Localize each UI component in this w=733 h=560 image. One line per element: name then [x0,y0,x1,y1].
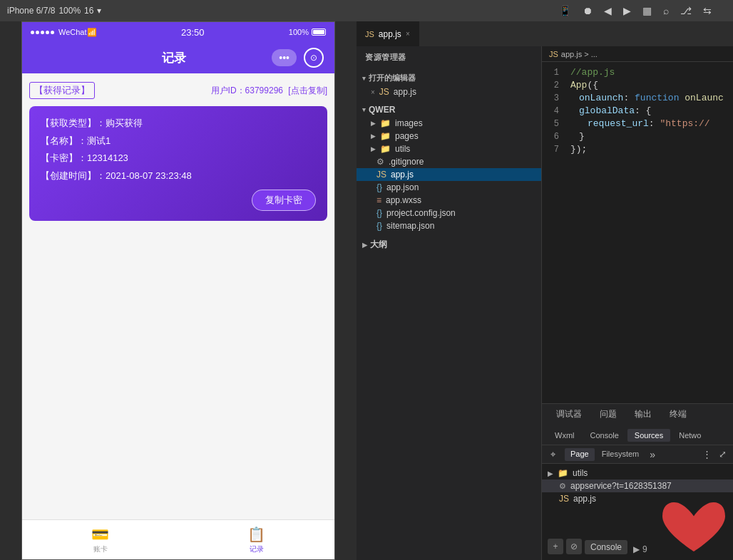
record-nav-label: 记录 [250,544,264,554]
folder-name: utils [395,144,410,154]
cursor-btn[interactable]: ⌖ [546,448,559,461]
outline-chevron: ▶ [362,242,367,249]
layout-icon[interactable]: ▦ [642,5,652,16]
console-label: Console [585,540,627,554]
code-line-1: 1 //app.js [542,66,733,79]
phone-frame: WeChat📶 23:50 100% 记录 ••• ⊙ [21,21,335,560]
open-file-close-icon[interactable]: × [371,88,375,96]
record-icon[interactable]: ⏺ [583,5,593,16]
phone-header: 记录 ••• ⊙ [22,42,334,73]
nav-item-card[interactable]: 💳 账卡 [22,520,178,559]
card-item: 【获取类型】：购买获得 【名称】：测试1 【卡密】：12314123 【创建时间… [29,106,327,221]
phone-status-bar: WeChat📶 23:50 100% [22,22,334,42]
project-name: QWER [369,105,395,115]
sources-file-appjs[interactable]: JS app.js [542,492,733,505]
sources-folder-name: utils [573,468,588,478]
split-icon[interactable]: ⇆ [703,5,712,16]
expand-btn[interactable]: ⤢ [716,448,729,461]
file-sitemap[interactable]: {} sitemap.json [357,219,541,232]
outline-header[interactable]: ▶ 大纲 [357,237,541,253]
tab-app-js[interactable]: JS app.js × [357,21,419,46]
explorer-header: 资源管理器 [357,46,541,68]
code-content[interactable]: 1 //app.js 2 App({ 3 onLaunch: function … [542,62,733,403]
code-line-4: 4 globalData: { [542,105,733,118]
file-project-config[interactable]: {} project.config.json [357,207,541,219]
panel-tab-output[interactable]: 输出 [627,405,659,425]
toolbar-icons: 📱 ⏺ ◀ ▶ ▦ ⌕ ⎇ ⇆ [559,5,712,16]
tab-close-icon[interactable]: × [406,30,410,38]
settings-btn[interactable]: ⋮ [700,448,713,461]
js-file-icon: JS [376,170,386,180]
editor-tabs: JS app.js × [357,21,733,46]
line-indicator: ▶ [633,544,640,554]
device-label: iPhone 6/7/8 [7,6,55,16]
file-appjs[interactable]: JS app.js [357,168,541,181]
copy-card-key-button[interactable]: 复制卡密 [252,190,316,211]
wifi-label: WeChat📶 [58,28,97,37]
subtab-sources[interactable]: Sources [627,429,670,442]
console-block-btn[interactable]: ⊘ [566,539,582,554]
sources-folder-utils[interactable]: ▶ 📁 utils [542,467,733,479]
folder-icon: 📁 [558,468,568,478]
tab-filesystem[interactable]: Filesystem [596,448,645,461]
open-editors-label[interactable]: ▾ 打开的编辑器 [357,71,541,85]
breadcrumb-text: app.js > ... [561,50,598,58]
panel-tab-debugger[interactable]: 调试器 [549,405,589,425]
code-line-6: 6 } [542,130,733,143]
battery-icon [312,28,326,36]
status-left: WeChat📶 [31,28,97,37]
main-layout: WeChat📶 23:50 100% 记录 ••• ⊙ [0,21,733,560]
sources-file-appservice[interactable]: ⚙ appservice?t=1628351387 [542,479,733,492]
folder-images[interactable]: ▶ 📁 images [357,117,541,130]
phone-icon[interactable]: 📱 [559,5,571,16]
open-file-appjs[interactable]: × JS app.js [357,85,541,98]
file-gitignore[interactable]: ⚙ .gitignore [357,155,541,168]
tab-page[interactable]: Page [565,448,595,461]
folder-chevron: ▶ [371,145,376,152]
more-btn[interactable]: » [646,448,659,461]
dots-button[interactable]: ••• [272,49,297,66]
file-appwxss[interactable]: ≡ app.wxss [357,194,541,207]
dropdown-arrow[interactable]: ▾ [97,6,101,16]
card-nav-label: 账卡 [93,544,108,554]
open-file-name: app.js [394,87,416,97]
back-icon[interactable]: ◀ [604,5,612,16]
code-breadcrumb: JS app.js > ... [542,46,733,62]
folder-name: pages [395,131,419,141]
open-editors-chevron: ▾ [362,75,366,82]
subtab-wxml[interactable]: Wxml [548,429,582,442]
phone-content: 【获得记录】 用户ID：63799296 [点击复制] 【获取类型】：购买获得 … [22,73,334,519]
file-name: app.json [386,182,419,192]
outline-section: ▶ 大纲 [357,234,541,255]
sources-js-icon: JS [559,494,569,504]
open-file-js-icon: JS [379,87,389,97]
forward-icon[interactable]: ▶ [623,5,631,16]
phone-panel: WeChat📶 23:50 100% 记录 ••• ⊙ [0,21,357,560]
folder-pages[interactable]: ▶ 📁 pages [357,130,541,142]
card-name: 【名称】：测试1 [41,134,316,148]
devtools-subtabs: Wxml Console Sources Netwo [542,425,733,445]
git-icon[interactable]: ⎇ [680,5,692,16]
subtab-network[interactable]: Netwo [672,429,708,442]
panel-tabs: 调试器 问题 输出 终端 [542,404,733,425]
project-header[interactable]: ▾ QWER [357,103,541,117]
console-add-btn[interactable]: + [548,539,563,554]
folder-utils[interactable]: ▶ 📁 utils [357,142,541,155]
card-nav-icon: 💳 [91,526,109,543]
subtab-console[interactable]: Console [583,429,626,442]
circle-button[interactable]: ⊙ [304,48,324,68]
device-selector[interactable]: iPhone 6/7/8 100% 16 ▾ [7,6,101,16]
copy-id-link[interactable]: [点击复制] [288,85,327,95]
record-nav-icon: 📋 [247,526,265,543]
search-icon[interactable]: ⌕ [663,5,669,16]
file-appjson[interactable]: {} app.json [357,181,541,194]
record-tag[interactable]: 【获得记录】 [29,82,95,99]
user-id-text: 用户ID：63799296 [211,85,283,95]
nav-item-record[interactable]: 📋 记录 [178,520,334,559]
panel-tab-problems[interactable]: 问题 [593,405,624,425]
json-file-icon: {} [376,221,382,231]
open-editors-section: ▾ 打开的编辑器 × JS app.js [357,68,541,100]
folder-icon: 📁 [380,131,391,141]
panel-tab-terminal[interactable]: 终端 [662,405,694,425]
json-file-icon: {} [376,208,382,218]
